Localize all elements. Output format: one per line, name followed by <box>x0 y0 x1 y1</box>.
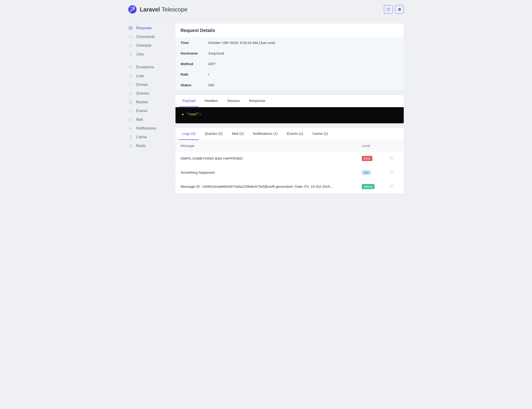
tab-queries-2-[interactable]: Queries (2) <box>201 128 226 140</box>
sidebar-item-exceptions[interactable]: Exceptions <box>128 63 171 72</box>
sidebar-item-label: Jobs <box>136 52 144 56</box>
log-level: error <box>362 156 390 161</box>
svg-point-12 <box>129 145 132 145</box>
sidebar-item-requests[interactable]: Requests <box>128 24 171 32</box>
detail-row: MethodGET <box>175 59 404 69</box>
tab-cache-2-[interactable]: Cache (2) <box>309 128 331 140</box>
detail-label: Time <box>180 41 208 45</box>
horn-icon <box>128 126 133 131</box>
detail-label: Method <box>180 62 208 66</box>
sidebar-item-label: Logs <box>136 74 144 78</box>
view-log-icon[interactable] <box>390 157 394 161</box>
tab-logs-4-[interactable]: Logs (4) <box>179 128 199 140</box>
tab-payload[interactable]: Payload <box>179 95 199 107</box>
payload-card: PayloadHeadersSessionResponse ▼ "root": <box>175 95 404 123</box>
sidebar-item-models[interactable]: Models <box>128 98 171 107</box>
sidebar-item-label: Commands <box>136 35 155 39</box>
sidebar-item-logs[interactable]: Logs <box>128 72 171 80</box>
sidebar-item-notifications[interactable]: Notifications <box>128 124 171 133</box>
svg-point-0 <box>131 8 131 8</box>
theme-toggle-button[interactable] <box>395 5 404 14</box>
request-icon <box>128 26 133 30</box>
log-message: Something happened <box>180 171 362 175</box>
tab-headers[interactable]: Headers <box>201 95 221 107</box>
svg-point-2 <box>134 9 134 9</box>
detail-label: Status <box>180 83 208 87</box>
tab-notifications-1-[interactable]: Notifications (1) <box>250 128 281 140</box>
sidebar-item-commands[interactable]: Commands <box>128 32 171 41</box>
sidebar-item-redis[interactable]: Redis <box>128 141 171 150</box>
log-level: debug <box>362 184 390 189</box>
sidebar: RequestsCommandsScheduleJobs ExceptionsL… <box>124 19 171 203</box>
related-tabs: Logs (4)Queries (2)Mail (2)Notifications… <box>175 128 404 140</box>
request-details-title: Request Details <box>175 24 404 37</box>
lines-icon <box>128 91 133 96</box>
log-level: info <box>362 170 390 175</box>
svg-rect-8 <box>129 111 130 112</box>
terminal-icon <box>128 35 133 39</box>
detail-label: Hostname <box>180 51 208 55</box>
detail-value: GET <box>208 62 216 66</box>
detail-value: Zurg.local <box>208 51 224 55</box>
tab-session[interactable]: Session <box>224 95 243 107</box>
tab-response[interactable]: Response <box>246 95 268 107</box>
sidebar-item-label: Exceptions <box>136 65 154 69</box>
sidebar-item-label: Schedule <box>136 44 152 48</box>
sidebar-item-queries[interactable]: Queries <box>128 89 171 98</box>
sidebar-item-label: Events <box>136 109 147 113</box>
column-message: Message <box>180 144 362 148</box>
tab-mail-2-[interactable]: Mail (2) <box>228 128 247 140</box>
request-details-card: Request Details TimeOctober 19th 2018, 5… <box>175 24 404 91</box>
layers-icon <box>128 100 133 104</box>
detail-value: / <box>208 73 209 77</box>
code-icon <box>128 82 133 87</box>
mail-icon <box>128 117 133 122</box>
app-title: Laravel Telescope <box>140 6 188 13</box>
related-entries-card: Logs (4)Queries (2)Mail (2)Notifications… <box>175 128 404 194</box>
svg-point-15 <box>391 186 392 187</box>
logs-table-header: Message Level <box>175 140 404 152</box>
svg-point-14 <box>391 172 392 173</box>
detail-row: TimeOctober 19th 2018, 5:03:24 AM (Just … <box>175 37 404 48</box>
column-level: Level <box>362 144 390 148</box>
svg-point-13 <box>391 158 392 159</box>
menu-icon <box>128 52 133 57</box>
sidebar-item-schedule[interactable]: Schedule <box>128 41 171 50</box>
sidebar-item-label: Requests <box>136 26 152 30</box>
expand-icon[interactable]: ▼ <box>182 113 184 116</box>
sidebar-item-events[interactable]: Events <box>128 107 171 115</box>
log-message: Message-ID: <00951bcdaf4b63972a5a233fa6c… <box>180 184 362 189</box>
sidebar-item-dumps[interactable]: Dumps <box>128 80 171 89</box>
main-content: Request Details TimeOctober 19th 2018, 5… <box>171 19 408 203</box>
detail-row: Path/ <box>175 69 404 80</box>
detail-row: Status200 <box>175 80 404 91</box>
log-row: Message-ID: <00951bcdaf4b63972a5a233fa6c… <box>175 180 404 194</box>
view-log-icon[interactable] <box>390 185 394 189</box>
detail-value: 200 <box>208 83 214 87</box>
tab-events-1-[interactable]: Events (1) <box>284 128 306 140</box>
log-row: OMFG SOMETHING BAD HAPPENEDerror <box>175 152 404 166</box>
svg-rect-9 <box>132 111 132 112</box>
json-root-key: "root": <box>187 112 201 116</box>
log-message: OMFG SOMETHING BAD HAPPENED <box>180 156 362 161</box>
refresh-button[interactable] <box>384 5 393 14</box>
bug-icon <box>128 65 133 70</box>
app-header: Laravel Telescope <box>124 0 408 19</box>
stack-icon <box>128 144 133 148</box>
logs-icon <box>128 74 133 78</box>
telescope-logo-icon <box>128 5 137 14</box>
sidebar-item-label: Models <box>136 100 148 104</box>
sidebar-item-mail[interactable]: Mail <box>128 115 171 124</box>
detail-row: HostnameZurg.local <box>175 48 404 59</box>
view-log-icon[interactable] <box>390 171 394 175</box>
payload-json-viewer[interactable]: ▼ "root": <box>175 107 404 123</box>
sidebar-item-label: Dumps <box>136 82 148 87</box>
log-row: Something happenedinfo <box>175 166 404 180</box>
svg-rect-5 <box>129 36 132 38</box>
sidebar-item-jobs[interactable]: Jobs <box>128 50 171 59</box>
doc-icon <box>128 135 133 139</box>
sidebar-item-cache[interactable]: Cache <box>128 133 171 141</box>
detail-label: Path <box>180 73 208 77</box>
headset-icon <box>128 109 133 113</box>
sidebar-item-label: Redis <box>136 144 146 148</box>
